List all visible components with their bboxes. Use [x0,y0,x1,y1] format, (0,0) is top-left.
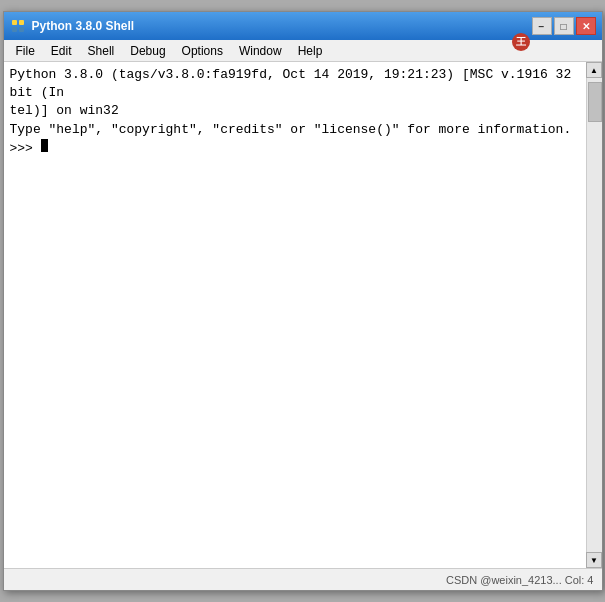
main-window: Python 3.8.0 Shell 王 − □ ✕ File Edit She… [3,11,603,591]
shell-prompt: >>> [10,141,41,156]
scrollbar-track[interactable] [587,78,602,552]
status-bar: CSDN @weixin_4213... Col: 4 [4,568,602,590]
output-line2: tel)] on win32 [10,103,119,118]
menu-help[interactable]: Help [290,42,331,60]
status-text: CSDN @weixin_4213... Col: 4 [446,574,594,586]
menu-window[interactable]: Window [231,42,290,60]
title-wrapper: Python 3.8.0 Shell 王 [32,19,532,33]
menu-options[interactable]: Options [174,42,231,60]
maximize-button[interactable]: □ [554,17,574,35]
corner-widget: 王 [512,33,530,51]
output-line3: Type "help", "copyright", "credits" or "… [10,122,572,137]
scrollbar[interactable]: ▲ ▼ [586,62,602,568]
app-icon [10,18,26,34]
minimize-button[interactable]: − [532,17,552,35]
scrollbar-thumb[interactable] [588,82,602,122]
menu-shell[interactable]: Shell [80,42,123,60]
shell-output[interactable]: Python 3.8.0 (tags/v3.8.0:fa919fd, Oct 1… [4,62,586,568]
menu-file[interactable]: File [8,42,43,60]
window-controls: − □ ✕ [532,17,596,35]
close-button[interactable]: ✕ [576,17,596,35]
scroll-up-arrow[interactable]: ▲ [586,62,602,78]
cursor [41,139,48,152]
svg-rect-0 [12,20,17,25]
scroll-down-arrow[interactable]: ▼ [586,552,602,568]
svg-rect-2 [12,27,17,32]
window-title: Python 3.8.0 Shell [32,19,532,33]
menu-edit[interactable]: Edit [43,42,80,60]
svg-rect-1 [19,20,24,25]
menu-debug[interactable]: Debug [122,42,173,60]
output-line1: Python 3.8.0 (tags/v3.8.0:fa919fd, Oct 1… [10,67,580,100]
title-bar: Python 3.8.0 Shell 王 − □ ✕ [4,12,602,40]
content-area: Python 3.8.0 (tags/v3.8.0:fa919fd, Oct 1… [4,62,602,568]
svg-rect-3 [19,27,24,32]
